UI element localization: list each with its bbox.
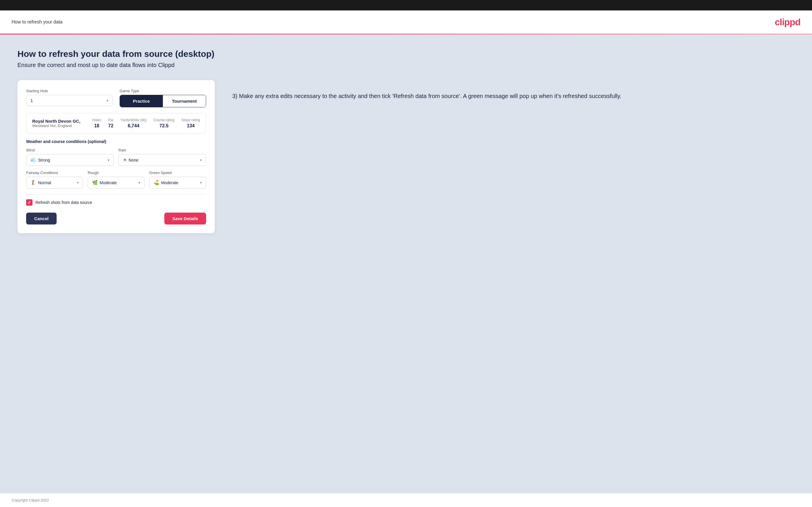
wind-rain-row: Wind 💨 Strong ▾ Rain ☀ None xyxy=(26,148,206,166)
yards-value: 6,744 xyxy=(128,123,139,128)
page-heading: How to refresh your data from source (de… xyxy=(17,49,795,59)
rough-icon: 🌿 xyxy=(92,180,98,185)
cancel-button[interactable]: Cancel xyxy=(26,213,57,225)
green-speed-group: Green Speed ⛳ Moderate ▾ xyxy=(149,171,206,188)
tournament-button[interactable]: Tournament xyxy=(163,95,206,107)
rain-select[interactable]: ☀ None ▾ xyxy=(118,154,206,166)
card: Starting Hole 1 ▾ Game Type Practice Tou… xyxy=(17,80,215,233)
chevron-down-icon: ▾ xyxy=(200,181,202,185)
wind-select[interactable]: 💨 Strong ▾ xyxy=(26,154,114,166)
wind-group: Wind 💨 Strong ▾ xyxy=(26,148,114,166)
rough-label: Rough xyxy=(88,171,145,175)
course-stats: Holes 18 Par 72 Yards/White (M)) 6,744 C… xyxy=(92,118,200,128)
fairway-value: Normal xyxy=(38,180,51,185)
starting-hole-label: Starting Hole xyxy=(26,89,113,93)
starting-hole-game-type-row: Starting Hole 1 ▾ Game Type Practice Tou… xyxy=(26,89,206,107)
fairway-icon: 🏌 xyxy=(31,180,36,185)
rain-label: Rain xyxy=(118,148,206,152)
chevron-down-icon: ▾ xyxy=(108,158,109,162)
course-name: Royal North Devon GC, xyxy=(32,119,87,123)
course-card: Royal North Devon GC, Westward Ho!, Engl… xyxy=(26,113,206,133)
wind-value: Strong xyxy=(38,158,50,162)
footer: Copyright Clippd 2022 xyxy=(0,493,812,507)
par-label: Par xyxy=(108,118,113,122)
main-content: How to refresh your data from source (de… xyxy=(0,35,812,493)
header: How to refresh your data clippd xyxy=(0,10,812,34)
par-stat: Par 72 xyxy=(108,118,113,128)
yards-label: Yards/White (M)) xyxy=(120,118,147,122)
par-value: 72 xyxy=(108,123,113,128)
green-speed-value: Moderate xyxy=(161,180,178,185)
slope-rating-stat: Slope rating 134 xyxy=(182,118,200,128)
content-row: Starting Hole 1 ▾ Game Type Practice Tou… xyxy=(17,80,795,233)
refresh-checkbox[interactable] xyxy=(26,199,33,206)
fairway-group: Fairway Conditions 🏌 Normal ▾ xyxy=(26,171,83,188)
course-rating-value: 72.5 xyxy=(159,123,168,128)
holes-label: Holes xyxy=(92,118,101,122)
rough-group: Rough 🌿 Moderate ▾ xyxy=(88,171,145,188)
chevron-down-icon: ▾ xyxy=(107,99,108,103)
refresh-checkbox-row: Refresh shots from data source xyxy=(26,199,206,206)
course-location: Westward Ho!, England xyxy=(32,123,87,128)
header-title: How to refresh your data xyxy=(12,19,62,25)
practice-button[interactable]: Practice xyxy=(120,95,163,107)
slope-rating-label: Slope rating xyxy=(182,118,200,122)
holes-stat: Holes 18 xyxy=(92,118,101,128)
course-rating-label: Course rating xyxy=(154,118,174,122)
green-speed-select[interactable]: ⛳ Moderate ▾ xyxy=(149,177,206,188)
save-button[interactable]: Save Details xyxy=(164,213,206,225)
game-type-toggle: Practice Tournament xyxy=(119,95,206,107)
rain-value: None xyxy=(129,158,138,162)
conditions-label: Weather and course conditions (optional) xyxy=(26,139,206,144)
holes-value: 18 xyxy=(94,123,99,128)
starting-hole-group: Starting Hole 1 ▾ xyxy=(26,89,113,107)
rough-value: Moderate xyxy=(100,180,117,185)
refresh-label: Refresh shots from data source xyxy=(36,200,92,205)
rain-icon: ☀ xyxy=(123,157,127,163)
wind-icon: 💨 xyxy=(31,157,36,163)
fairway-rough-green-row: Fairway Conditions 🏌 Normal ▾ Rough 🌿 xyxy=(26,171,206,188)
top-bar xyxy=(0,0,812,10)
course-info: Royal North Devon GC, Westward Ho!, Engl… xyxy=(32,119,87,128)
footer-text: Copyright Clippd 2022 xyxy=(12,498,49,502)
game-type-group: Game Type Practice Tournament xyxy=(119,89,206,107)
yards-stat: Yards/White (M)) 6,744 xyxy=(120,118,147,128)
fairway-label: Fairway Conditions xyxy=(26,171,83,175)
slope-rating-value: 134 xyxy=(187,123,195,128)
page-subheading: Ensure the correct and most up to date d… xyxy=(17,62,795,68)
chevron-down-icon: ▾ xyxy=(77,181,79,185)
starting-hole-value: 1 xyxy=(31,98,33,103)
chevron-down-icon: ▾ xyxy=(200,158,202,162)
fairway-select[interactable]: 🏌 Normal ▾ xyxy=(26,177,83,188)
game-type-label: Game Type xyxy=(119,89,206,93)
logo: clippd xyxy=(775,17,800,27)
starting-hole-select[interactable]: 1 ▾ xyxy=(26,95,113,106)
wind-label: Wind xyxy=(26,148,114,152)
rough-select[interactable]: 🌿 Moderate ▾ xyxy=(88,177,145,188)
rain-group: Rain ☀ None ▾ xyxy=(118,148,206,166)
green-speed-label: Green Speed xyxy=(149,171,206,175)
button-row: Cancel Save Details xyxy=(26,213,206,225)
side-text: 3) Make any extra edits necessary to the… xyxy=(232,80,795,101)
course-rating-stat: Course rating 72.5 xyxy=(154,118,174,128)
chevron-down-icon: ▾ xyxy=(139,181,140,185)
green-speed-icon: ⛳ xyxy=(154,180,159,185)
